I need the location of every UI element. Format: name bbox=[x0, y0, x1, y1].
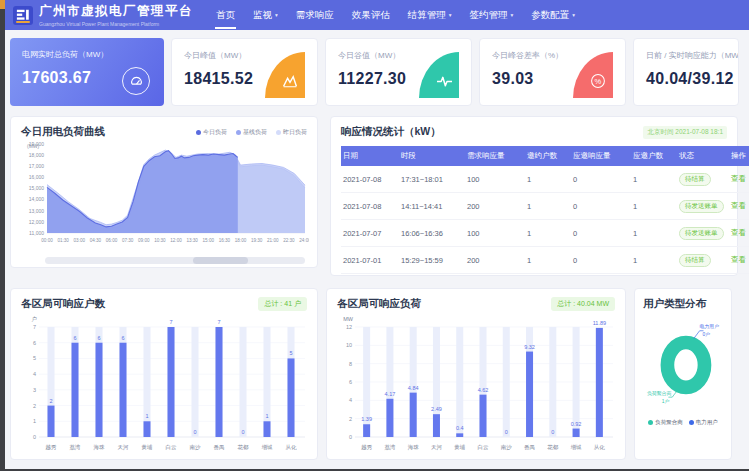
svg-text:17,000: 17,000 bbox=[29, 163, 45, 169]
svg-text:白云: 白云 bbox=[166, 444, 178, 451]
legend-dot-icon bbox=[276, 130, 281, 135]
table-cell: 100 bbox=[465, 220, 525, 247]
svg-text:7: 7 bbox=[217, 319, 220, 325]
svg-text:黄埔: 黄埔 bbox=[142, 444, 154, 450]
column-header: 邀约户数 bbox=[525, 146, 571, 166]
svg-text:15:00: 15:00 bbox=[203, 238, 215, 243]
svg-text:6: 6 bbox=[121, 335, 124, 341]
table-cell: 查看 bbox=[729, 247, 749, 274]
table-cell: 200 bbox=[465, 247, 525, 274]
load-curve-panel: 今日用电负荷曲线 今日负荷基线负荷昨日负荷 (MW)11,00012,00013… bbox=[10, 116, 318, 268]
bar-从化 bbox=[288, 358, 295, 437]
svg-text:0: 0 bbox=[505, 429, 508, 435]
svg-text:4: 4 bbox=[349, 397, 352, 403]
svg-text:09:00: 09:00 bbox=[138, 238, 150, 243]
view-link[interactable]: 查看 bbox=[731, 228, 746, 237]
svg-text:18:00: 18:00 bbox=[235, 238, 247, 243]
nav-item-parameter-config[interactable]: 参数配置▾ bbox=[522, 0, 584, 30]
table-cell: 1 bbox=[631, 193, 677, 220]
svg-text:03:00: 03:00 bbox=[74, 238, 86, 243]
table-row: 2021-07-0814:11~14:41200101待发送账单查看 bbox=[341, 193, 749, 220]
bar-番禺 bbox=[216, 327, 223, 437]
column-header: 应邀响应量 bbox=[571, 146, 631, 166]
legend-item-今日负荷[interactable]: 今日负荷 bbox=[196, 128, 227, 137]
nav-item-label: 需求响应 bbox=[296, 9, 334, 22]
table-cell: 1 bbox=[631, 166, 677, 193]
table-cell: 200 bbox=[465, 193, 525, 220]
view-link[interactable]: 查看 bbox=[731, 255, 746, 264]
svg-text:负荷聚合商: 负荷聚合商 bbox=[647, 390, 672, 397]
table-cell: 待结算 bbox=[677, 166, 729, 193]
svg-text:7: 7 bbox=[33, 324, 36, 330]
svg-text:6: 6 bbox=[349, 379, 352, 385]
bar-band bbox=[192, 327, 199, 437]
table-cell: 17:31~18:01 bbox=[399, 166, 465, 193]
column-header: 日期 bbox=[341, 146, 399, 166]
nav-item-effect-evaluation[interactable]: 效果评估 bbox=[343, 0, 399, 30]
response-stats-panel: 响应情况统计（kW） 北京时间 2021-07-08 18:1 日期时段需求响应… bbox=[330, 116, 738, 276]
nav-item-label: 参数配置 bbox=[531, 9, 569, 22]
table-cell: 100 bbox=[465, 166, 525, 193]
svg-text:8: 8 bbox=[349, 361, 352, 367]
table-cell: 待发送账单 bbox=[677, 220, 729, 247]
table-cell: 1 bbox=[631, 220, 677, 247]
svg-text:MW: MW bbox=[343, 316, 354, 322]
table-cell: 1 bbox=[525, 220, 571, 247]
nav-item-home[interactable]: 首页 bbox=[207, 0, 244, 30]
svg-text:13:30: 13:30 bbox=[186, 238, 198, 243]
table-cell: 0 bbox=[571, 247, 631, 274]
table-row: 2021-07-0817:31~18:01100101待结算查看 bbox=[341, 166, 749, 193]
legend-dot-icon bbox=[689, 420, 694, 425]
legend-item-电力用户[interactable]: 电力用户 bbox=[689, 419, 718, 426]
bar-band bbox=[549, 327, 556, 437]
table-cell: 1 bbox=[631, 247, 677, 274]
table-cell: 0 bbox=[571, 166, 631, 193]
svg-text:6: 6 bbox=[97, 335, 100, 341]
status-badge: 待结算 bbox=[679, 254, 711, 267]
view-link[interactable]: 查看 bbox=[731, 201, 746, 210]
svg-text:天河: 天河 bbox=[431, 444, 443, 451]
bar-白云 bbox=[168, 327, 175, 437]
nav-item-demand-response[interactable]: 需求响应 bbox=[287, 0, 343, 30]
table-row: 2021-07-0115:29~15:59200101待结算查看 bbox=[341, 247, 749, 274]
legend-item-负荷聚合商[interactable]: 负荷聚合商 bbox=[648, 419, 683, 426]
district-users-panel: 各区局可响应户数 总计 : 41 户 户012345672越秀6荔湾6海珠6天河… bbox=[10, 288, 318, 460]
svg-text:04:30: 04:30 bbox=[90, 238, 102, 243]
svg-text:06:00: 06:00 bbox=[106, 238, 118, 243]
area-今日负荷 bbox=[47, 151, 238, 233]
svg-text:4: 4 bbox=[33, 371, 36, 377]
svg-text:番禺: 番禺 bbox=[214, 444, 225, 451]
svg-text:07:30: 07:30 bbox=[122, 238, 134, 243]
bar-白云 bbox=[480, 395, 487, 437]
svg-text:18,000: 18,000 bbox=[29, 152, 45, 158]
column-header: 状态 bbox=[677, 146, 729, 166]
table-cell: 待结算 bbox=[677, 247, 729, 274]
svg-text:0.92: 0.92 bbox=[571, 421, 582, 427]
svg-text:10:30: 10:30 bbox=[154, 238, 166, 243]
bar-越秀 bbox=[363, 424, 370, 437]
table-cell: 2021-07-07 bbox=[341, 220, 399, 247]
donut-ring bbox=[667, 342, 704, 387]
nav-item-contract[interactable]: 签约管理▾ bbox=[461, 0, 523, 30]
svg-text:11.89: 11.89 bbox=[593, 320, 606, 326]
nav-item-settlement[interactable]: 结算管理▾ bbox=[399, 0, 461, 30]
nav-item-monitor[interactable]: 监视▾ bbox=[244, 0, 287, 30]
kpi-label: 电网实时总负荷（MW） bbox=[22, 49, 152, 60]
bar-海珠 bbox=[96, 343, 103, 437]
legend-item-昨日负荷[interactable]: 昨日负荷 bbox=[276, 128, 307, 137]
nav-item-label: 效果评估 bbox=[352, 9, 390, 22]
svg-text:海珠: 海珠 bbox=[94, 444, 106, 451]
datazoom-slider[interactable] bbox=[45, 257, 305, 264]
svg-text:12:00: 12:00 bbox=[170, 238, 182, 243]
datazoom-handle[interactable] bbox=[193, 257, 248, 264]
response-stats-title: 响应情况统计（kW） bbox=[341, 125, 441, 139]
legend-item-基线负荷[interactable]: 基线负荷 bbox=[236, 128, 267, 137]
svg-text:22:30: 22:30 bbox=[283, 238, 295, 243]
window-corner-accent bbox=[0, 0, 5, 9]
svg-text:19:30: 19:30 bbox=[251, 238, 263, 243]
logo-icon bbox=[13, 6, 33, 25]
status-badge: 待发送账单 bbox=[679, 227, 724, 240]
table-cell: 15:29~15:59 bbox=[399, 247, 465, 274]
svg-text:13,000: 13,000 bbox=[29, 208, 45, 214]
view-link[interactable]: 查看 bbox=[731, 174, 746, 183]
